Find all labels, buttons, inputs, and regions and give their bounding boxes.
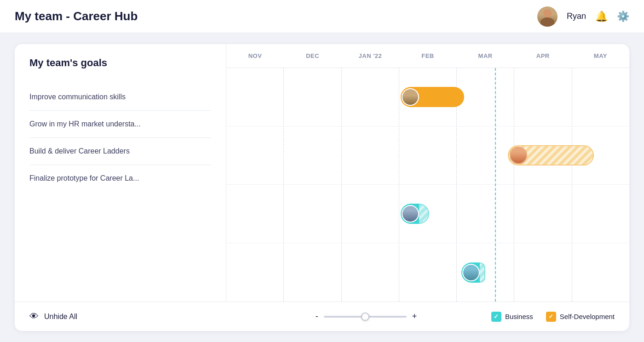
month-dec: DEC <box>284 52 341 59</box>
bar-avatar-1 <box>402 88 419 106</box>
username-label: Ryan <box>567 11 586 21</box>
list-item[interactable]: Finalize prototype for Career La... <box>29 165 211 192</box>
goal-label: Finalize prototype for Career La... <box>29 174 139 182</box>
list-item[interactable]: Grow in my HR market understa... <box>29 111 211 138</box>
main-content: My team's goals Improve communication sk… <box>0 33 644 342</box>
bell-icon[interactable]: 🔔 <box>595 11 608 23</box>
bar-career-solid[interactable] <box>401 204 419 224</box>
gantt-row-4 <box>226 243 629 302</box>
goal-label: Improve communication skills <box>29 93 126 101</box>
list-item[interactable]: Build & deliver Career Ladders <box>29 138 211 165</box>
bar-avatar-4 <box>462 264 480 281</box>
month-feb: FEB <box>399 52 456 59</box>
footer-center: - + <box>241 312 491 321</box>
bar-avatar-3 <box>402 205 419 222</box>
header: My team - Career Hub Ryan 🔔 ⚙️ <box>0 0 644 33</box>
today-line <box>495 68 496 302</box>
legend-check-selfdev: ✓ <box>546 312 556 322</box>
bar-proto-striped[interactable] <box>480 262 485 283</box>
bar-hr[interactable] <box>508 145 594 165</box>
gantt-header: NOV DEC JAN '22 FEB MAR APR MAY <box>226 44 629 68</box>
bar-avatar-2 <box>510 147 527 164</box>
gear-icon[interactable]: ⚙️ <box>617 11 629 23</box>
slider-thumb[interactable] <box>361 313 369 321</box>
zoom-in-button[interactable]: + <box>412 312 417 321</box>
bar-career-striped[interactable] <box>419 204 429 224</box>
header-right: Ryan 🔔 ⚙️ <box>537 6 629 27</box>
zoom-slider[interactable] <box>324 316 407 318</box>
footer: 👁 Unhide All - + ✓ Business ✓ Self-Devel… <box>15 302 629 331</box>
legend-label-business: Business <box>505 313 533 320</box>
month-jan: JAN '22 <box>341 52 399 59</box>
month-may: MAY <box>572 52 629 59</box>
goal-label: Grow in my HR market understa... <box>29 120 141 128</box>
legend-self-dev[interactable]: ✓ Self-Development <box>546 312 615 322</box>
legend-check-business: ✓ <box>491 312 501 322</box>
gantt-row-2 <box>226 126 629 185</box>
goals-card: My team's goals Improve communication sk… <box>15 44 629 331</box>
unhide-button[interactable]: Unhide All <box>44 313 77 321</box>
legend-label-selfdev: Self-Development <box>560 313 615 320</box>
left-panel: My team's goals Improve communication sk… <box>15 44 226 302</box>
footer-left: 👁 Unhide All <box>29 311 241 322</box>
month-nov: NOV <box>226 52 284 59</box>
goal-label: Build & deliver Career Ladders <box>29 147 130 155</box>
gantt-row-3 <box>226 185 629 243</box>
gantt-row-1 <box>226 68 629 126</box>
month-apr: APR <box>514 52 572 59</box>
eye-icon[interactable]: 👁 <box>29 311 39 322</box>
gantt-body <box>226 68 629 302</box>
gantt-panel: NOV DEC JAN '22 FEB MAR APR MAY <box>226 44 629 302</box>
content-area: My team's goals Improve communication sk… <box>15 44 629 302</box>
panel-title: My team's goals <box>29 57 211 69</box>
page-title: My team - Career Hub <box>15 9 138 23</box>
footer-right: ✓ Business ✓ Self-Development <box>491 312 615 322</box>
list-item[interactable]: Improve communication skills <box>29 84 211 111</box>
legend-business[interactable]: ✓ Business <box>491 312 533 322</box>
bar-communication[interactable] <box>401 87 464 107</box>
gantt-rows <box>226 68 629 302</box>
zoom-out-button[interactable]: - <box>316 312 318 321</box>
bar-proto-solid[interactable] <box>461 262 480 283</box>
month-mar: MAR <box>457 52 514 59</box>
avatar[interactable] <box>537 6 558 27</box>
